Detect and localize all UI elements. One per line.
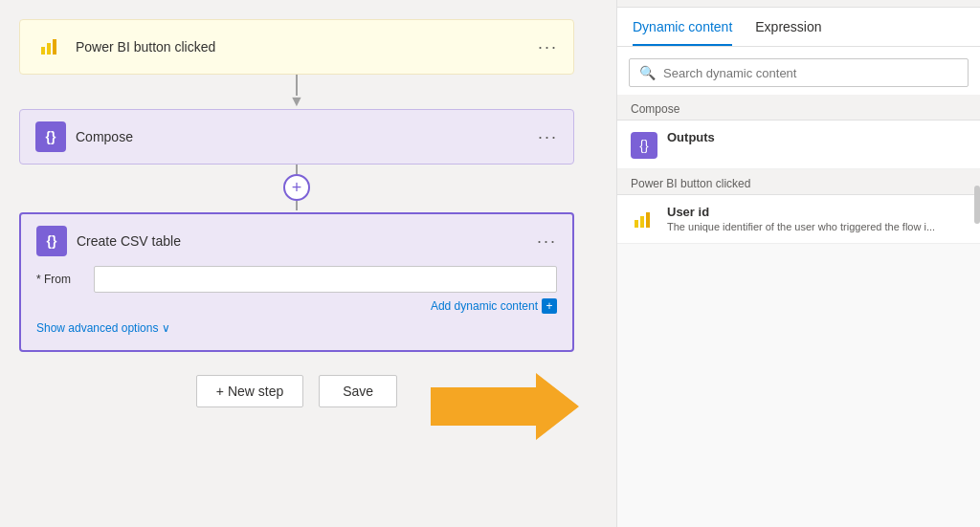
panel-tabs: Dynamic content Expression [617,8,980,47]
bottom-buttons: + New step Save [196,375,397,407]
big-arrow [431,368,584,449]
show-advanced-text: Show advanced options [36,321,158,335]
right-panel: Dynamic content Expression 🔍 Compose {} … [616,0,980,527]
search-bar[interactable]: 🔍 [629,58,969,87]
new-step-button[interactable]: + New step [196,375,303,407]
add-dynamic-icon: + [542,298,557,314]
powerbi-step-menu[interactable]: ··· [538,37,558,57]
from-row: * From [36,266,557,293]
user-id-text: User id The unique identifier of the use… [667,205,935,232]
compose-item-text: Outputs [667,130,715,144]
scroll-indicator [974,186,980,224]
section-compose-header: Compose [617,95,980,121]
step-left: Power BI button clicked [35,32,215,62]
user-id-desc: The unique identifier of the user who tr… [667,221,935,232]
from-label: * From [36,273,84,286]
powerbi-icon [35,32,66,62]
compose-outputs-title: Outputs [667,130,715,144]
show-advanced[interactable]: Show advanced options ∨ [36,321,557,335]
compose-step-left: {} Compose [35,121,133,152]
svg-rect-5 [635,220,638,228]
section-powerbi-header: Power BI button clicked [617,169,980,195]
user-id-title: User id [667,205,935,219]
panel-top-bar [617,0,980,8]
search-icon: 🔍 [639,65,656,80]
csv-step-menu[interactable]: ··· [537,231,557,252]
search-input[interactable] [663,66,958,80]
connector-line-top [296,165,298,174]
tab-dynamic-content[interactable]: Dynamic content [633,8,732,46]
compose-step-icon: {} [35,121,66,152]
csv-step-left: {} Create CSV table [36,226,181,256]
connector-plus-wrapper: + [283,165,310,212]
chevron-down-icon: ∨ [162,321,170,335]
save-button[interactable]: Save [319,375,397,407]
svg-marker-4 [431,373,579,440]
add-dynamic-text: Add dynamic content [431,299,538,313]
csv-step-icon: {} [36,226,67,256]
from-input[interactable] [94,266,557,293]
csv-step-header: {} Create CSV table ··· [36,226,557,256]
powerbi-step-title: Power BI button clicked [76,39,215,55]
compose-item-icon: {} [631,132,657,159]
add-step-button[interactable]: + [283,174,310,201]
connector-1: ▼ [289,75,304,109]
compose-step-menu[interactable]: ··· [538,127,558,147]
connector-line-bottom [296,201,298,210]
connector-arrow-1: ▼ [289,94,304,109]
csv-step-title: Create CSV table [77,233,181,249]
powerbi-step[interactable]: Power BI button clicked ··· [19,19,574,75]
csv-form: * From Add dynamic content + Show advanc… [36,266,557,335]
powerbi-item-icon [631,207,657,233]
compose-outputs-item[interactable]: {} Outputs [617,121,980,169]
compose-step[interactable]: {} Compose ··· [19,109,574,165]
svg-rect-2 [53,39,56,55]
svg-rect-3 [41,47,45,55]
panel-content: Compose {} Outputs Power BI button click… [617,95,980,527]
svg-rect-6 [640,216,644,228]
svg-rect-1 [47,43,51,55]
csv-step: {} Create CSV table ··· * From Add dynam… [19,212,574,352]
add-dynamic-link[interactable]: Add dynamic content + [36,298,557,314]
tab-expression[interactable]: Expression [755,8,821,46]
svg-rect-7 [646,212,650,228]
compose-step-title: Compose [76,129,133,144]
user-id-item[interactable]: User id The unique identifier of the use… [617,195,980,244]
